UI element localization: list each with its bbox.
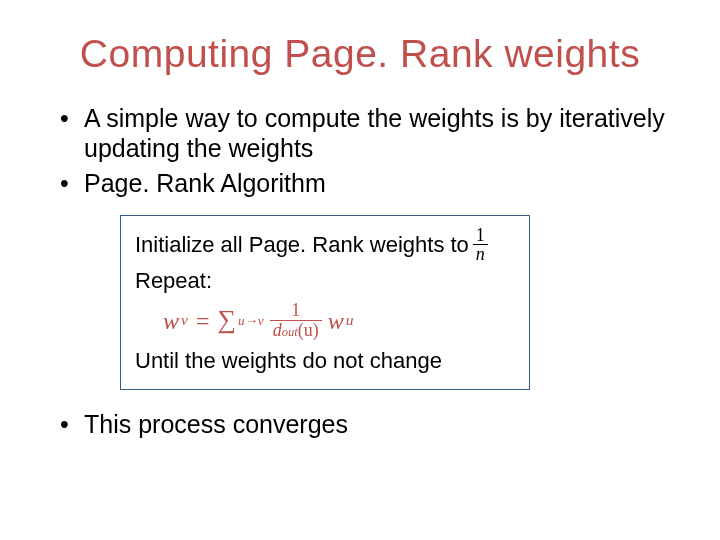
formula-lhs-sub: v [181,311,188,329]
fraction-one-over-n: 1 n [473,226,488,265]
algo-repeat: Repeat: [135,264,515,297]
fraction-numerator: 1 [473,226,488,245]
formula-equals: = [196,307,210,335]
algo-initialize: Initialize all Page. Rank weights to 1 n [135,226,515,265]
fraction-denominator: dout(u) [270,320,322,340]
bullet-2: Page. Rank Algorithm [60,169,672,199]
algo-until: Until the weights do not change [135,344,515,377]
formula-lhs-w: w [163,307,179,335]
fraction-denominator: n [473,244,488,264]
sigma-subscript: u→v [238,313,264,329]
slide-title: Computing Page. Rank weights [48,32,672,76]
sigma-icon: ∑ [217,305,236,336]
algo-init-text: Initialize all Page. Rank weights to [135,228,469,261]
bullet-list: A simple way to compute the weights is b… [60,104,672,199]
bullet-1: A simple way to compute the weights is b… [60,104,672,163]
fraction-numerator: 1 [288,301,303,320]
formula-rhs-w: w [328,307,344,335]
slide-body: A simple way to compute the weights is b… [60,104,672,440]
algorithm-box: Initialize all Page. Rank weights to 1 n… [120,215,530,391]
algo-formula: wv = ∑u→v 1 dout(u) wu [163,301,515,340]
bullet-3: This process converges [60,410,672,440]
bullet-list-2: This process converges [60,410,672,440]
formula-rhs-sub: u [346,311,354,329]
slide: Computing Page. Rank weights A simple wa… [0,0,720,540]
fraction-one-over-dout: 1 dout(u) [270,301,322,340]
